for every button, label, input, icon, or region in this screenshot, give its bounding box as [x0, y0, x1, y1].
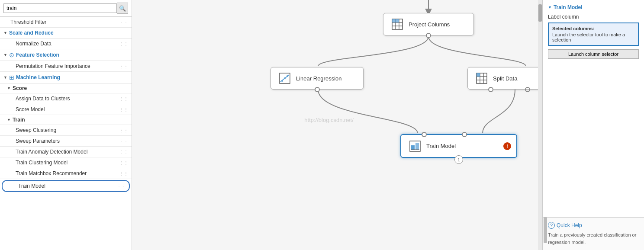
sidebar-item-score-model[interactable]: Score Model ⋮⋮ — [0, 104, 132, 115]
project-columns-label: Project Columns — [409, 21, 450, 28]
question-mark-icon: ? — [548, 222, 555, 229]
sidebar-item-train-anomaly[interactable]: Train Anomaly Detection Model ⋮⋮ — [0, 147, 132, 157]
expand-arrow: ▼ — [3, 75, 7, 80]
section-scale-reduce[interactable]: ▼ Scale and Reduce — [0, 28, 132, 38]
selected-columns-box: Selected columns: Launch the selector to… — [548, 22, 639, 46]
expand-arrow: ▼ — [7, 86, 11, 90]
scroll-thumb-v[interactable] — [538, 4, 542, 22]
main-canvas[interactable]: http://blog.csdn.net/ Project Columns — [132, 0, 542, 250]
expand-arrow: ▼ — [3, 31, 7, 35]
expand-arrow: ▼ — [7, 118, 11, 122]
search-bar: train 🔍 — [0, 0, 132, 17]
drag-handle: ⋮⋮ — [119, 96, 128, 101]
project-columns-icon — [390, 17, 404, 31]
train-model-label: Train Model — [426, 143, 456, 149]
right-panel-top: ▼ Train Model Label column Selected colu… — [543, 0, 644, 217]
drag-handle: ⋮⋮ — [119, 20, 128, 25]
sidebar-item-train-clustering[interactable]: Train Clustering Model ⋮⋮ — [0, 157, 132, 168]
sidebar-content: Threshold Filter ⋮⋮ ▼ Scale and Reduce N… — [0, 17, 132, 250]
label-column-label: Label column — [548, 14, 639, 20]
port-top-right[interactable] — [462, 132, 467, 137]
drag-handle: ⋮⋮ — [119, 160, 128, 165]
section-feature-selection[interactable]: ▼ ⊙ Feature Selection — [0, 49, 132, 61]
sidebar-item-permutation-feature[interactable]: Permutation Feature Importance ⋮⋮ — [0, 61, 132, 72]
sidebar-item-assign-clusters[interactable]: Assign Data to Clusters ⋮⋮ — [0, 93, 132, 104]
canvas-area: http://blog.csdn.net/ Project Columns — [132, 0, 542, 250]
port-bottom-right[interactable] — [525, 87, 530, 92]
sub-section-score[interactable]: ▼ Score — [0, 83, 132, 93]
train-model-icon — [408, 139, 422, 153]
sidebar-item-normalize-data[interactable]: Normalize Data ⋮⋮ — [0, 38, 132, 49]
svg-rect-20 — [415, 143, 419, 150]
error-badge: ! — [503, 142, 511, 150]
expand-arrow: ▼ — [3, 53, 7, 57]
svg-rect-17 — [477, 73, 480, 77]
search-button[interactable]: 🔍 — [117, 3, 128, 14]
node-train-model[interactable]: Train Model ! 1 — [400, 134, 517, 158]
right-panel-scroll-thumb[interactable] — [544, 217, 547, 243]
svg-rect-19 — [411, 145, 415, 150]
sub-section-train[interactable]: ▼ Train — [0, 115, 132, 125]
port-bottom-left[interactable] — [488, 87, 493, 92]
drag-handle: ⋮⋮ — [119, 42, 128, 46]
drag-handle: ⋮⋮ — [119, 139, 128, 144]
search-input[interactable]: train — [3, 3, 117, 13]
count-badge: 1 — [454, 155, 463, 164]
drag-handle: ⋮⋮ — [119, 107, 128, 112]
linear-regression-icon — [278, 71, 292, 85]
feature-selection-icon: ⊙ — [9, 51, 14, 58]
right-panel: ▼ Train Model Label column Selected colu… — [542, 0, 644, 250]
sidebar-item-threshold-filter[interactable]: Threshold Filter ⋮⋮ — [0, 17, 132, 28]
launch-column-selector-button[interactable]: Launch column selector — [548, 49, 639, 59]
port-top-left[interactable] — [422, 132, 427, 137]
sidebar: train 🔍 Threshold Filter ⋮⋮ ▼ Scale and … — [0, 0, 132, 250]
port-bottom[interactable] — [426, 33, 431, 38]
split-data-icon — [475, 71, 489, 85]
quick-help-section: ? Quick Help Train a previously created … — [543, 217, 644, 250]
sidebar-item-train-model[interactable]: Train Model ⋮⋮ — [2, 180, 130, 192]
svg-point-9 — [281, 80, 283, 82]
node-linear-regression[interactable]: Linear Regression — [270, 67, 364, 90]
canvas-scrollbar-v[interactable] — [538, 0, 542, 250]
title-arrow: ▼ — [548, 5, 552, 10]
svg-rect-6 — [396, 19, 399, 22]
port-bottom[interactable] — [315, 87, 320, 92]
svg-rect-5 — [392, 19, 396, 22]
drag-handle: ⋮⋮ — [119, 150, 128, 154]
right-panel-title: ▼ Train Model — [548, 4, 639, 10]
selected-columns-description: Launch the selector tool to make a selec… — [552, 32, 634, 42]
quick-help-title: ? Quick Help — [548, 222, 639, 229]
sidebar-item-train-matchbox[interactable]: Train Matchbox Recommender ⋮⋮ — [0, 168, 132, 179]
quick-help-text: Train a previously created classificatio… — [548, 231, 639, 246]
drag-handle: ⋮⋮ — [119, 128, 128, 133]
machine-learning-icon: ⊞ — [9, 74, 14, 81]
svg-point-10 — [284, 77, 286, 79]
linear-regression-label: Linear Regression — [296, 75, 342, 82]
connections-svg — [132, 0, 542, 250]
node-project-columns[interactable]: Project Columns — [383, 13, 474, 35]
node-split-data[interactable]: Split Data — [467, 67, 542, 90]
split-data-label: Split Data — [493, 75, 517, 82]
sidebar-item-sweep-parameters[interactable]: Sweep Parameters ⋮⋮ — [0, 136, 132, 147]
drag-handle: ⋮⋮ — [119, 64, 128, 69]
section-machine-learning[interactable]: ▼ ⊞ Machine Learning — [0, 72, 132, 83]
svg-point-11 — [287, 75, 288, 77]
sidebar-item-sweep-clustering[interactable]: Sweep Clustering ⋮⋮ — [0, 125, 132, 136]
drag-handle: ⋮⋮ — [119, 171, 128, 176]
watermark: http://blog.csdn.net/ — [304, 117, 353, 123]
selected-columns-title: Selected columns: — [552, 26, 634, 31]
drag-handle: ⋮⋮ — [117, 184, 126, 189]
